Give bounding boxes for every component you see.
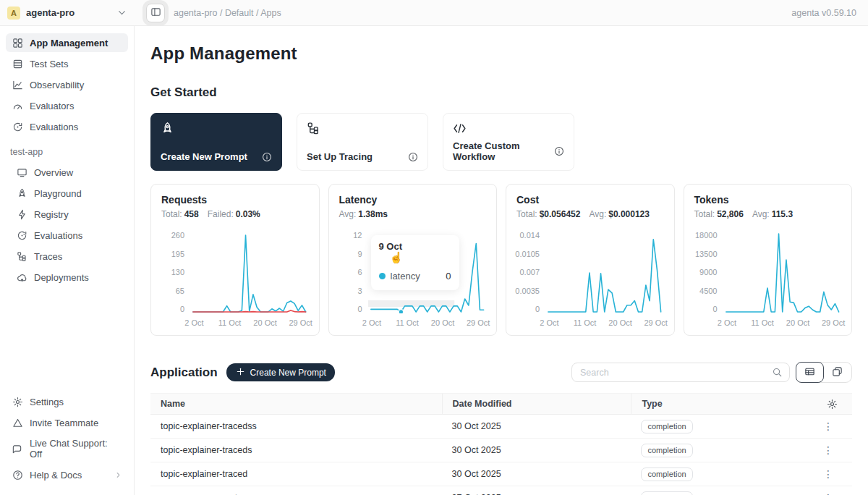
sidebar-item-evaluations[interactable]: Evaluations — [6, 226, 128, 245]
create-new-prompt-button[interactable]: Create New Prompt — [226, 363, 335, 381]
table-row-career-assessment[interactable]: career-assessment27 Oct 2025completion⋮ — [150, 486, 852, 495]
column-header-type: Type — [631, 394, 807, 414]
sidebar-item-live-chat-support-off[interactable]: Live Chat Support: Off — [6, 434, 128, 463]
charts-row: RequestsTotal:458Failed:0.03%26019513065… — [150, 184, 852, 336]
app-date-modified: 30 Oct 2025 — [442, 469, 631, 479]
sidebar-item-settings[interactable]: Settings — [6, 392, 128, 411]
table-row-topic-explainer-tracedss[interactable]: topic-explainer-tracedss30 Oct 2025compl… — [150, 415, 852, 439]
sidebar-toggle-button[interactable] — [146, 4, 165, 22]
sidebar-item-overview[interactable]: Overview — [6, 163, 128, 182]
cursor-pointer-icon: ☝ — [390, 251, 404, 264]
search-icon — [772, 367, 783, 378]
topbar: A agenta-pro agenta-pro / Default / Apps… — [0, 0, 868, 26]
tracing-icon — [307, 122, 418, 135]
chart-title: Requests — [161, 194, 309, 206]
get-started-title: Get Started — [150, 85, 852, 100]
sidebar-item-label: Playground — [34, 188, 82, 199]
card-view-button[interactable] — [823, 363, 851, 382]
chart-stat: Avg:1.38ms — [339, 209, 388, 219]
evaluations-icon — [16, 229, 27, 241]
chart-stat: Avg:115.3 — [752, 209, 793, 219]
sidebar-item-label: Observability — [30, 80, 84, 90]
sidebar-item-label: Deployments — [34, 272, 89, 283]
app-name: topic-explainer-tracedss — [150, 421, 442, 431]
observability-icon — [12, 79, 23, 90]
workspace-switcher[interactable]: A agenta-pro — [0, 7, 135, 20]
table-settings-gear-icon[interactable] — [827, 399, 838, 410]
table-row-topic-explainer-traced[interactable]: topic-explainer-traced30 Oct 2025complet… — [150, 462, 852, 486]
chart-stats: Avg:1.38ms — [339, 209, 487, 219]
get-started-card-set-up-tracing[interactable]: Set Up Tracing — [297, 113, 428, 171]
chart-plot-requests[interactable] — [190, 231, 309, 313]
table-row-topic-explainer-traceds[interactable]: topic-explainer-traceds30 Oct 2025comple… — [150, 439, 852, 462]
get-started-cards: Create New PromptSet Up TracingCreate Cu… — [150, 113, 852, 171]
sidebar-item-observability[interactable]: Observability — [6, 75, 128, 94]
table-body: topic-explainer-tracedss30 Oct 2025compl… — [150, 415, 852, 495]
tooltip-date: 9 Oct — [379, 241, 451, 252]
row-menu-button[interactable]: ⋮ — [819, 444, 838, 456]
main-content: App Management Get Started Create New Pr… — [135, 26, 868, 495]
sidebar-item-traces[interactable]: Traces — [6, 247, 128, 266]
get-started-card-create-custom-workflow[interactable]: Create Custom Workflow — [443, 113, 574, 171]
chart-stat: Total:$0.056452 — [516, 209, 580, 219]
info-icon[interactable] — [262, 152, 272, 162]
chart-title: Tokens — [694, 194, 842, 206]
tooltip-series-name: latency — [391, 271, 420, 282]
type-badge: completion — [641, 444, 692, 457]
y-axis-ticks: 260195130650 — [161, 231, 190, 313]
version-label: agenta v0.59.10 — [791, 8, 868, 18]
sidebar-item-help-docs[interactable]: Help & Docs — [6, 465, 128, 484]
chart-stat: Total:458 — [161, 209, 199, 219]
sidebar-item-invite-teammate[interactable]: Invite Teammate — [6, 413, 128, 432]
column-header-actions — [807, 399, 852, 410]
table-header: NameDate ModifiedType — [150, 393, 852, 415]
search-input[interactable] — [579, 367, 772, 378]
sidebar-item-test-sets[interactable]: Test Sets — [6, 54, 128, 73]
app-date-modified: 30 Oct 2025 — [442, 421, 631, 431]
app-name: topic-explainer-traceds — [150, 445, 442, 455]
sidebar-item-label: Settings — [30, 397, 64, 407]
evaluations-icon — [12, 121, 23, 132]
sidebar-item-label: App Management — [30, 38, 108, 48]
overview-icon — [16, 166, 27, 178]
sidebar-project-label: test-app — [10, 147, 124, 157]
application-title: Application — [150, 365, 218, 380]
table-view-icon — [804, 366, 815, 379]
row-menu-button[interactable]: ⋮ — [819, 468, 838, 480]
get-started-card-create-new-prompt[interactable]: Create New Prompt — [150, 113, 282, 171]
sidebar-item-evaluators[interactable]: Evaluators — [6, 96, 128, 115]
chart-plot-tokens[interactable] — [723, 231, 842, 313]
settings-icon — [12, 396, 23, 407]
sidebar-footer-nav: SettingsInvite TeammateLive Chat Support… — [6, 392, 128, 486]
chart-stat: Failed:0.03% — [208, 209, 260, 219]
sidebar-project-nav: OverviewPlaygroundRegistryEvaluationsTra… — [6, 163, 128, 289]
traces-icon — [16, 250, 27, 262]
x-axis-ticks: 2 Oct11 Oct20 Oct29 Oct — [723, 318, 842, 329]
chart-card-latency: LatencyAvg:1.38ms1296302 Oct11 Oct20 Oct… — [328, 184, 498, 336]
sidebar-item-app-management[interactable]: App Management — [6, 33, 128, 52]
row-menu-button[interactable]: ⋮ — [819, 420, 838, 432]
tooltip-series-row: latency0 — [379, 271, 451, 282]
invite-icon — [12, 417, 23, 428]
sidebar-main-nav: App ManagementTest SetsObservabilityEval… — [6, 33, 128, 138]
sidebar-item-evaluations[interactable]: Evaluations — [6, 117, 128, 136]
column-header-name: Name — [150, 394, 442, 414]
tooltip-series-value: 0 — [446, 271, 451, 282]
chevron-down-icon — [116, 7, 127, 18]
sidebar-item-label: Invite Teammate — [30, 418, 98, 428]
chart-plot-cost[interactable] — [545, 231, 664, 313]
row-menu-button[interactable]: ⋮ — [819, 492, 838, 495]
sidebar-item-label: Evaluations — [30, 122, 78, 132]
sidebar-item-label: Traces — [34, 251, 62, 262]
sidebar-item-playground[interactable]: Playground — [6, 184, 128, 203]
table-view-button[interactable] — [796, 362, 824, 383]
rocket-icon — [161, 122, 272, 135]
help-icon — [12, 469, 23, 481]
sidebar-item-deployments[interactable]: Deployments — [6, 268, 128, 287]
sidebar-item-registry[interactable]: Registry — [6, 205, 128, 224]
playground-icon — [16, 187, 27, 199]
info-icon[interactable] — [554, 146, 564, 156]
evaluators-icon — [12, 100, 23, 111]
column-header-date-modified: Date Modified — [442, 394, 631, 414]
info-icon[interactable] — [408, 152, 418, 162]
